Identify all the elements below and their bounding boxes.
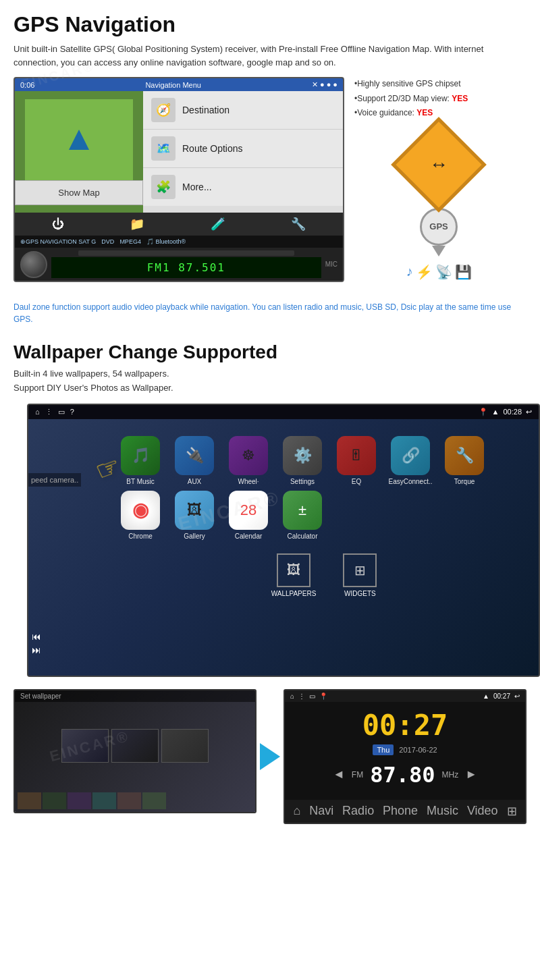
thumb-3[interactable]: [68, 792, 91, 809]
arrow-right-shape: [260, 743, 280, 770]
gps-menu-item-more[interactable]: 🧩 More...: [143, 168, 343, 206]
road-sign-container: ↔: [402, 128, 476, 202]
app-settings[interactable]: ⚙️ Settings: [278, 436, 327, 485]
statusbar-time: 00:28: [503, 408, 522, 416]
destination-icon: 🧭: [151, 98, 176, 122]
power-icon[interactable]: ⏻: [52, 217, 64, 232]
menu-btn[interactable]: ⋮: [45, 408, 53, 416]
gps-menu-item-destination[interactable]: 🧭 Destination: [143, 91, 343, 130]
location-icon: 📍: [479, 408, 488, 416]
settings-label: Settings: [290, 478, 315, 485]
next-btn[interactable]: ⏭: [32, 645, 41, 655]
arrow-right: [256, 689, 284, 770]
back-btn[interactable]: ↩: [526, 408, 532, 416]
settings-icon[interactable]: 🔧: [291, 217, 306, 232]
route-icon: 🗺️: [151, 136, 176, 161]
usb-icon: ⚡: [416, 264, 433, 280]
gps-title: GPS Navigation: [14, 12, 526, 37]
wallpapers-label: WALLPAPERS: [271, 590, 317, 597]
radio-screen-icon: ▭: [309, 692, 315, 700]
ws-thumbnails: [15, 790, 255, 812]
radio-wifi-icon: ▲: [483, 692, 489, 700]
prev-btn[interactable]: ⏮: [32, 631, 41, 642]
app-torque[interactable]: 🔧 Torque: [440, 436, 489, 485]
nav-home-icon[interactable]: ⌂: [293, 804, 300, 819]
calculator-label: Calculator: [287, 533, 317, 540]
gps-nav-icons: ✕ ● ● ●: [312, 80, 338, 89]
calendar-icon: 28: [229, 491, 268, 530]
destination-label: Destination: [182, 105, 230, 115]
sd-icon: 💾: [455, 264, 472, 280]
radio-freq-value: 87.80: [370, 762, 435, 788]
app-chrome[interactable]: ◉ Chrome: [116, 491, 165, 540]
road-sign-icon: ↔: [429, 154, 448, 175]
nav-phone-label[interactable]: Phone: [383, 804, 418, 819]
thumb-4[interactable]: [92, 792, 116, 809]
radio-menu-icon[interactable]: ⋮: [298, 692, 305, 700]
radio-location-icon: 📍: [319, 692, 327, 700]
radio-home-icon[interactable]: ⌂: [290, 692, 294, 700]
home-btn[interactable]: ⌂: [35, 408, 40, 416]
app-calendar[interactable]: 28 Calendar: [224, 491, 273, 540]
sidebar-text: peed camera..: [28, 473, 81, 487]
calculator-icon: ±: [283, 491, 322, 530]
app-calculator[interactable]: ± Calculator: [278, 491, 327, 540]
app-eq[interactable]: 🎚 EQ: [332, 436, 381, 485]
nav-music-label[interactable]: Music: [427, 804, 458, 819]
badge-mpeg4: MPEG4: [119, 238, 141, 245]
nav-navi-label[interactable]: Navi: [309, 804, 333, 819]
thumb-5[interactable]: [117, 792, 141, 809]
gallery-icon: 🖼: [175, 491, 214, 530]
wallpaper-box-3[interactable]: [161, 729, 209, 763]
gps-features: •Highly sensitive GPS chipset •Support 2…: [354, 77, 523, 121]
app-aux[interactable]: 🔌 AUX: [170, 436, 219, 485]
widgets-icon: ⊞: [343, 553, 377, 587]
gps-demo-area: 0:06 Navigation Menu ✕ ● ● ● Show Map: [14, 77, 526, 282]
screen-icon: ▭: [58, 408, 65, 416]
wallpapers-item[interactable]: 🖼 WALLPAPERS: [271, 553, 317, 597]
radio-time-display: 00:27: [493, 692, 510, 700]
radio-mhz-label: MHz: [441, 770, 458, 780]
widgets-item[interactable]: ⊞ WIDGETS: [343, 553, 377, 597]
gps-screen-inner: 0:06 Navigation Menu ✕ ● ● ● Show Map: [14, 77, 344, 282]
gps-menu-items: 🧭 Destination 🗺️ Route Options 🧩 More...: [143, 91, 343, 213]
bt-music-icon: 🎵: [121, 436, 160, 475]
gps-menu-item-route[interactable]: 🗺️ Route Options: [143, 130, 343, 168]
settings-app-icon: ⚙️: [283, 436, 322, 475]
nav-grid-icon[interactable]: ⊞: [507, 804, 517, 819]
prev-freq-btn[interactable]: ◄: [333, 767, 345, 782]
gps-map-green: [25, 99, 133, 180]
more-label: More...: [182, 182, 212, 192]
mic-label: MIC: [325, 261, 338, 268]
radio-statusbar-left: ⌂ ⋮ ▭ 📍: [290, 692, 327, 700]
calendar-label: Calendar: [235, 533, 263, 540]
thumb-1[interactable]: [18, 792, 41, 809]
test-icon[interactable]: 🧪: [211, 217, 225, 232]
gps-map-area: Show Map: [15, 91, 143, 213]
sub-screens-section: Set wallpaper EINCAR®: [14, 689, 526, 824]
wallpaper-title: Wallpaper Change Supported: [14, 342, 526, 363]
app-wheel[interactable]: ☸ Wheel·: [224, 436, 273, 485]
radio-date-text: 2017-06-22: [399, 746, 437, 754]
apps-grid: 🎵 BT Music 🔌 AUX ☸ Wheel· ⚙️ Settings 🎚: [116, 436, 532, 540]
thumb-6[interactable]: [142, 792, 166, 809]
torque-label: Torque: [454, 478, 475, 485]
next-freq-btn[interactable]: ►: [465, 767, 477, 782]
widgets-label: WIDGETS: [344, 590, 376, 597]
folder-icon[interactable]: 📁: [130, 217, 144, 232]
show-map-button[interactable]: Show Map: [15, 180, 143, 205]
thumb-2[interactable]: [43, 792, 66, 809]
radio-back-btn[interactable]: ↩: [514, 692, 520, 700]
nav-video-label[interactable]: Video: [467, 804, 498, 819]
nav-radio-label[interactable]: Radio: [342, 804, 374, 819]
easyconnect-icon: 🔗: [391, 436, 430, 475]
device-knob[interactable]: [20, 251, 47, 278]
app-gallery[interactable]: 🖼 Gallery: [170, 491, 219, 540]
radio-bg: ⌂ ⋮ ▭ 📍 ▲ 00:27 ↩ EINCAR® 00:27 Thu 2017…: [285, 690, 525, 823]
app-easyconnect[interactable]: 🔗 EasyConnect..: [386, 436, 435, 485]
gps-arrow: [69, 130, 89, 150]
radio-fm-label: FM: [352, 770, 363, 780]
gps-pin-circle: GPS: [420, 208, 458, 246]
feature-chipset: •Highly sensitive GPS chipset: [354, 77, 523, 92]
playback-controls: ⏮ ⏭: [32, 631, 41, 655]
